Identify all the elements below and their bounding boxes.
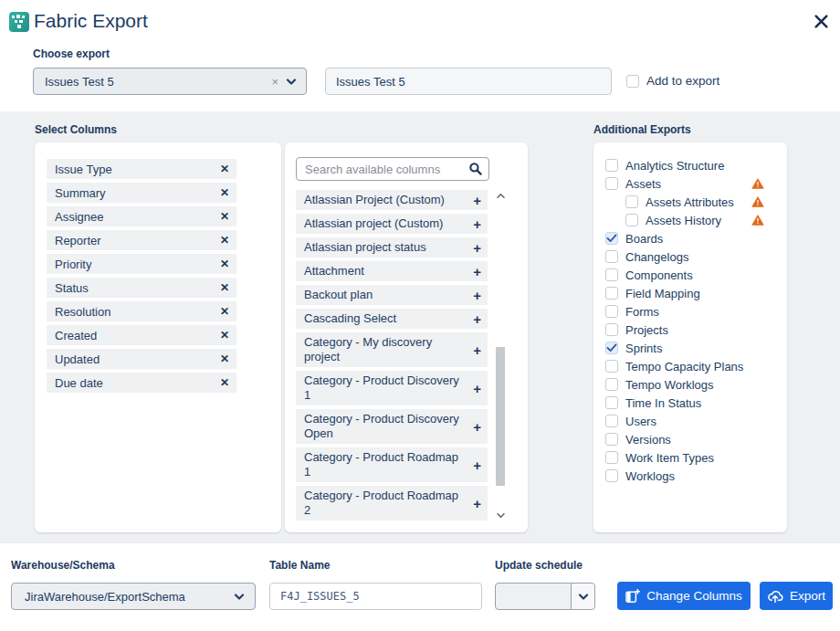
remove-icon[interactable]: ✕ (213, 163, 236, 175)
remove-icon[interactable]: ✕ (213, 210, 236, 223)
available-column-row[interactable]: Backout plan + (296, 285, 488, 305)
available-column-row[interactable]: Atlassian project (Custom) + (296, 214, 488, 234)
available-column-row[interactable]: Atlassian Project (Custom) + (296, 190, 488, 210)
selected-column-row[interactable]: Status ✕ (47, 278, 236, 298)
additional-export-row[interactable]: Users (605, 412, 775, 430)
add-icon[interactable]: + (467, 457, 488, 473)
additional-export-row[interactable]: Assets (605, 174, 775, 193)
additional-export-row[interactable]: Versions (605, 430, 775, 448)
additional-export-row[interactable]: Tempo Worklogs (605, 375, 775, 394)
selected-column-label: Priority (47, 258, 213, 271)
additional-export-row[interactable]: Analytics Structure (605, 156, 775, 174)
checkbox[interactable] (605, 451, 618, 464)
export-select-dropdown[interactable]: Issues Test 5 × (33, 68, 307, 95)
scrollbar-thumb[interactable] (496, 347, 505, 486)
export-name-input[interactable] (325, 68, 612, 95)
additional-export-row[interactable]: Tempo Capacity Plans (605, 357, 775, 375)
update-schedule-dropdown[interactable] (495, 583, 595, 610)
checkbox[interactable] (605, 323, 618, 336)
checkbox[interactable] (605, 342, 618, 354)
checkbox[interactable] (605, 415, 618, 427)
add-icon[interactable]: + (467, 311, 488, 327)
scrollbar[interactable] (494, 190, 507, 521)
additional-export-row[interactable]: Changelogs (605, 247, 775, 266)
remove-icon[interactable]: ✕ (213, 352, 236, 365)
remove-icon[interactable]: ✕ (213, 234, 236, 247)
scroll-up-icon[interactable] (494, 190, 507, 201)
remove-icon[interactable]: ✕ (213, 329, 236, 342)
add-icon[interactable]: + (467, 496, 488, 511)
add-icon[interactable]: + (467, 216, 488, 232)
additional-export-row[interactable]: Field Mapping (605, 284, 775, 302)
add-icon[interactable]: + (467, 288, 488, 303)
selected-column-row[interactable]: Summary ✕ (47, 183, 236, 203)
checkbox[interactable] (605, 360, 618, 373)
checkbox[interactable] (625, 214, 638, 226)
warehouse-schema-dropdown[interactable]: JiraWarehouse/ExportSchema (11, 583, 256, 610)
checkbox[interactable] (605, 305, 618, 318)
selected-column-row[interactable]: Due date ✕ (47, 373, 236, 393)
checkbox[interactable] (605, 159, 618, 172)
selected-column-row[interactable]: Priority ✕ (47, 254, 236, 274)
additional-export-row[interactable]: Assets Attributes (605, 193, 775, 211)
selected-column-row[interactable]: Assignee ✕ (47, 206, 236, 226)
available-column-label: Attachment (296, 261, 467, 281)
additional-export-row[interactable]: Sprints (605, 339, 775, 357)
available-column-row[interactable]: Category - My discovery project + (296, 332, 488, 367)
additional-export-row[interactable]: Work Item Types (605, 448, 775, 467)
selected-column-row[interactable]: Resolution ✕ (47, 301, 236, 321)
table-name-label: Table Name (269, 559, 330, 572)
chevron-down-icon[interactable] (286, 78, 306, 86)
checkbox[interactable] (605, 250, 618, 263)
add-icon[interactable]: + (467, 342, 488, 358)
additional-export-row[interactable]: Components (605, 266, 775, 284)
available-column-row[interactable]: Atlassian project status + (296, 237, 488, 258)
additional-export-row[interactable]: Assets History (605, 211, 775, 229)
additional-export-row[interactable]: Time In Status (605, 394, 775, 412)
selected-column-row[interactable]: Reporter ✕ (47, 230, 236, 250)
add-icon[interactable]: + (467, 193, 488, 208)
close-icon[interactable] (809, 9, 833, 33)
remove-icon[interactable]: ✕ (213, 281, 236, 294)
checkbox[interactable] (625, 195, 638, 208)
checkbox[interactable] (605, 396, 618, 409)
additional-export-row[interactable]: Projects (605, 321, 775, 339)
remove-icon[interactable]: ✕ (213, 186, 236, 199)
checkbox[interactable] (605, 268, 618, 281)
table-name-input[interactable] (269, 583, 482, 610)
available-column-row[interactable]: Category - Product Discovery 1 + (296, 371, 488, 405)
available-column-row[interactable]: Attachment + (296, 261, 488, 281)
add-icon[interactable]: + (467, 381, 488, 396)
remove-icon[interactable]: ✕ (213, 258, 236, 270)
checkbox[interactable] (605, 469, 618, 482)
add-icon[interactable]: + (467, 419, 488, 435)
available-column-row[interactable]: Category - Product Discovery Open + (296, 409, 488, 444)
checkbox[interactable] (605, 433, 618, 446)
chevron-down-icon[interactable] (571, 584, 594, 609)
add-to-export-checkbox[interactable] (626, 75, 639, 88)
remove-icon[interactable]: ✕ (213, 376, 236, 389)
available-column-label: Category - Product Discovery Open (296, 409, 467, 444)
remove-icon[interactable]: ✕ (213, 305, 236, 318)
additional-export-row[interactable]: Worklogs (605, 467, 775, 485)
checkbox[interactable] (605, 232, 618, 245)
checkbox[interactable] (605, 378, 618, 391)
change-columns-button[interactable]: Change Columns (617, 582, 751, 610)
export-button[interactable]: Export (760, 582, 833, 610)
chevron-down-icon[interactable] (234, 593, 255, 601)
add-icon[interactable]: + (467, 264, 488, 279)
selected-column-row[interactable]: Issue Type ✕ (47, 159, 236, 179)
available-column-row[interactable]: Cascading Select + (296, 309, 488, 329)
checkbox[interactable] (605, 177, 618, 190)
add-icon[interactable]: + (467, 240, 488, 256)
clear-icon[interactable]: × (264, 75, 286, 89)
additional-export-row[interactable]: Boards (605, 229, 775, 247)
scroll-down-icon[interactable] (494, 510, 507, 521)
search-input[interactable] (296, 157, 489, 181)
additional-export-row[interactable]: Forms (605, 302, 775, 321)
selected-column-row[interactable]: Updated ✕ (47, 349, 236, 369)
available-column-row[interactable]: Category - Product Roadmap 1 + (296, 447, 488, 482)
checkbox[interactable] (605, 287, 618, 300)
selected-column-row[interactable]: Created ✕ (47, 325, 236, 345)
additional-export-label: Components (625, 268, 693, 282)
